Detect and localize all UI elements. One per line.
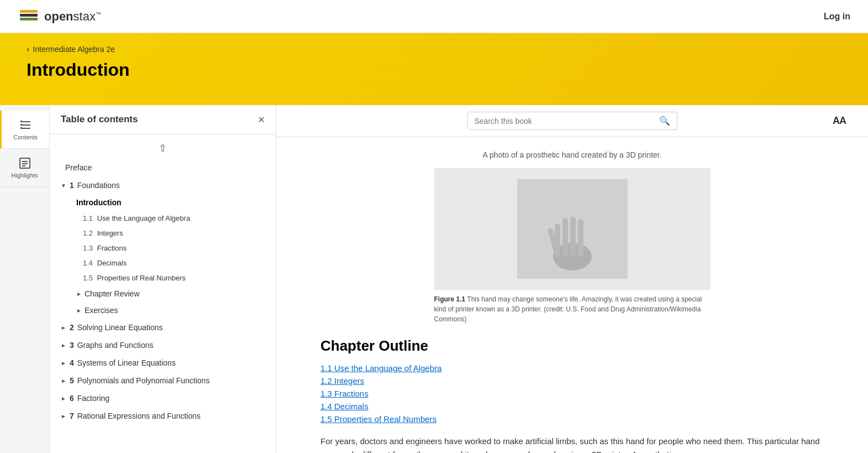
sidebar-icons: Contents Highlights: [0, 105, 50, 453]
section-1-1-num: 1.1: [83, 214, 93, 222]
chapter-2-chevron-icon: ►: [61, 325, 66, 331]
content-area: 🔍 AA A photo of a prosthetic hand create…: [276, 105, 868, 453]
chapter-4-label: Systems of Linear Equations: [77, 358, 176, 367]
chapter-1-chevron-down-icon: ▼: [61, 183, 66, 189]
chapter-review-chevron-icon: ►: [76, 291, 82, 297]
logo[interactable]: openstax™: [18, 6, 101, 28]
book-header: ‹ Intermediate Algebra 2e Introduction: [0, 33, 868, 105]
toc-title: Table of contents: [61, 114, 138, 125]
image-caption: A photo of a prosthetic hand created by …: [320, 150, 824, 159]
figure-caption: Figure 1.1 This hand may change someone'…: [434, 294, 711, 324]
toc-scroll[interactable]: ⇧ Preface ▼ 1 Foundations Introduction 1…: [50, 134, 276, 453]
outline-link-1-5[interactable]: 1.5 Properties of Real Numbers: [320, 414, 824, 424]
login-button[interactable]: Log in: [824, 12, 850, 22]
scroll-up-indicator[interactable]: ⇧: [50, 140, 276, 159]
toc-chapter-7[interactable]: ► 7 Rational Expressions and Functions: [50, 407, 276, 425]
back-to-book[interactable]: ‹ Intermediate Algebra 2e: [27, 44, 841, 54]
main-layout: Contents Highlights Table of contents × …: [0, 105, 868, 453]
outline-link-1-1[interactable]: 1.1 Use the Language of Algebra: [320, 363, 824, 373]
page-title: Introduction: [27, 60, 841, 80]
chapter-5-number: 5: [70, 376, 74, 385]
toc-chapter-3[interactable]: ► 3 Graphs and Functions: [50, 336, 276, 354]
contents-label: Contents: [13, 134, 38, 140]
chapter-7-chevron-icon: ►: [61, 413, 66, 419]
search-icon: 🔍: [659, 116, 670, 126]
section-1-3-num: 1.3: [83, 244, 93, 252]
chapter-3-label: Graphs and Functions: [77, 341, 154, 350]
body-text: For years, doctors and engineers have wo…: [320, 435, 824, 453]
toc-introduction[interactable]: Introduction: [50, 194, 276, 211]
chapter-2-number: 2: [70, 323, 74, 332]
chapter-7-label: Rational Expressions and Functions: [77, 412, 201, 420]
figure-label: Figure 1.1: [434, 295, 466, 303]
highlights-icon: [18, 157, 31, 170]
chapter-6-label: Factoring: [77, 394, 109, 403]
svg-rect-8: [20, 127, 22, 129]
logo-text: openstax™: [44, 9, 101, 24]
outline-link-1-2[interactable]: 1.2 Integers: [320, 376, 824, 386]
section-1-5-num: 1.5: [83, 274, 93, 282]
book-title-back: Intermediate Algebra 2e: [33, 45, 115, 54]
chapter-6-number: 6: [70, 394, 74, 403]
section-1-3-label: Fractions: [97, 244, 127, 252]
toc-chapter-6[interactable]: ► 6 Factoring: [50, 389, 276, 407]
toc-chapter-5[interactable]: ► 5 Polynomials and Polynomial Functions: [50, 372, 276, 389]
svg-rect-0: [20, 10, 38, 13]
search-input[interactable]: [475, 117, 655, 126]
chapter-2-label: Solving Linear Equations: [77, 323, 163, 332]
sidebar-item-contents[interactable]: Contents: [0, 111, 49, 149]
toc-close-button[interactable]: ×: [258, 114, 265, 125]
chapter-6-chevron-icon: ►: [61, 395, 66, 402]
section-1-4-label: Decimals: [97, 259, 127, 267]
outline-link-1-3[interactable]: 1.3 Fractions: [320, 389, 824, 398]
svg-rect-2: [20, 18, 38, 20]
section-1-4-num: 1.4: [83, 259, 93, 267]
section-1-5-label: Properties of Real Numbers: [97, 274, 186, 282]
toc-chapter-2[interactable]: ► 2 Solving Linear Equations: [50, 319, 276, 336]
toc-preface[interactable]: Preface: [50, 159, 276, 176]
back-chevron-icon: ‹: [27, 44, 29, 54]
section-1-2-num: 1.2: [83, 229, 93, 237]
chapter-3-number: 3: [70, 341, 74, 350]
toc-section-1-4[interactable]: 1.4 Decimals: [50, 256, 276, 270]
toc-chapter-1[interactable]: ▼ 1 Foundations: [50, 176, 276, 194]
exercises-chevron-icon: ►: [76, 308, 82, 314]
sidebar-item-highlights[interactable]: Highlights: [0, 149, 49, 187]
toc-section-1-2[interactable]: 1.2 Integers: [50, 226, 276, 241]
chapter-4-number: 4: [70, 358, 74, 367]
figure-image: [434, 168, 711, 290]
svg-rect-6: [20, 121, 22, 122]
svg-rect-16: [562, 218, 568, 257]
section-1-1-label: Use the Language of Algebra: [97, 214, 190, 222]
prosthetic-hand-illustration: [517, 179, 628, 279]
toc-section-1-5[interactable]: 1.5 Properties of Real Numbers: [50, 270, 276, 285]
top-navigation: openstax™ Log in: [0, 0, 868, 33]
font-size-button[interactable]: AA: [833, 115, 846, 127]
section-1-2-label: Integers: [97, 229, 123, 237]
toc-section-1-1[interactable]: 1.1 Use the Language of Algebra: [50, 211, 276, 226]
content-scroll[interactable]: A photo of a prosthetic hand created by …: [276, 137, 868, 453]
toc-header: Table of contents ×: [50, 105, 276, 134]
svg-rect-1: [20, 14, 38, 17]
chapter-1-label: Foundations: [77, 181, 120, 190]
search-box[interactable]: 🔍: [467, 112, 677, 130]
svg-rect-17: [570, 217, 576, 257]
outline-link-1-4[interactable]: 1.4 Decimals: [320, 402, 824, 411]
chapter-7-number: 7: [70, 412, 74, 420]
content-toolbar: 🔍 AA: [276, 105, 868, 137]
svg-rect-7: [20, 124, 22, 126]
openstax-logo-icon: [18, 6, 40, 28]
figure-caption-text: This hand may change someone's life. Ama…: [434, 295, 702, 323]
chapter-5-label: Polynomials and Polynomial Functions: [77, 376, 210, 385]
contents-icon: [19, 118, 32, 132]
toc-chapter-4[interactable]: ► 4 Systems of Linear Equations: [50, 354, 276, 372]
exercises-label: Exercises: [85, 306, 118, 315]
chapter-review-label: Chapter Review: [85, 289, 140, 298]
chapter-outline-title: Chapter Outline: [320, 337, 824, 355]
toc-exercises[interactable]: ► Exercises: [50, 302, 276, 319]
highlights-label: Highlights: [11, 172, 38, 179]
svg-rect-18: [578, 219, 583, 257]
chapter-1-number: 1: [70, 181, 74, 190]
toc-chapter-review[interactable]: ► Chapter Review: [50, 285, 276, 302]
toc-section-1-3[interactable]: 1.3 Fractions: [50, 241, 276, 256]
